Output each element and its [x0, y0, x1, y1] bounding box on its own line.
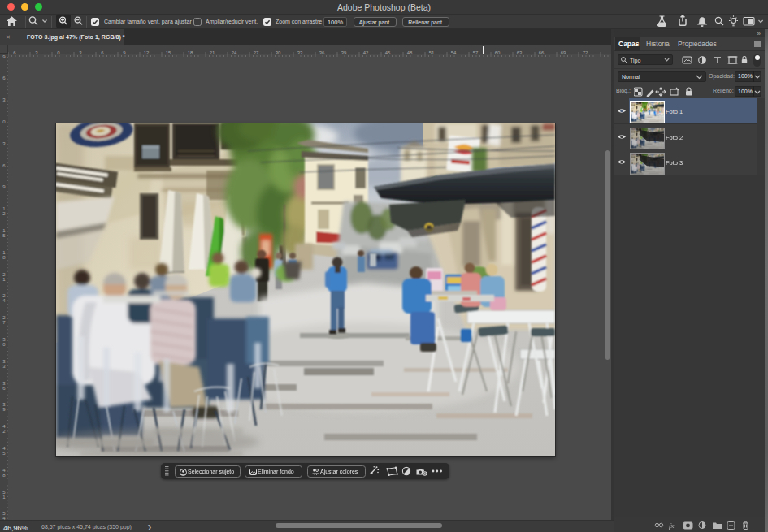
svg-text:27: 27 — [254, 50, 259, 55]
svg-text:15: 15 — [166, 50, 171, 55]
svg-text:63: 63 — [517, 50, 523, 55]
svg-text:3: 3 — [2, 364, 6, 369]
svg-text:42: 42 — [363, 50, 369, 55]
svg-text:6: 6 — [2, 386, 6, 391]
svg-text:9: 9 — [2, 407, 6, 412]
svg-text:48: 48 — [407, 50, 413, 55]
svg-text:51: 51 — [429, 50, 435, 55]
svg-text:5: 5 — [2, 233, 6, 238]
svg-text:7: 7 — [2, 320, 6, 325]
svg-text:9: 9 — [2, 54, 6, 59]
svg-text:6: 6 — [2, 76, 6, 80]
svg-text:60: 60 — [495, 50, 501, 55]
svg-text:9: 9 — [123, 50, 126, 55]
svg-text:66: 66 — [539, 50, 545, 55]
svg-text:3: 3 — [2, 97, 6, 102]
svg-text:fx: fx — [669, 521, 675, 530]
svg-text:3: 3 — [2, 141, 6, 146]
svg-text:39: 39 — [341, 50, 347, 55]
svg-text:21: 21 — [210, 50, 215, 55]
svg-text:8: 8 — [2, 473, 6, 478]
svg-text:3: 3 — [79, 50, 82, 55]
svg-text:2: 2 — [2, 429, 6, 434]
svg-text:1: 1 — [2, 495, 6, 500]
svg-text:6: 6 — [13, 50, 16, 55]
svg-text:2: 2 — [2, 211, 6, 216]
svg-text:30: 30 — [276, 50, 281, 55]
svg-text:0: 0 — [2, 342, 6, 347]
svg-text:6: 6 — [2, 163, 6, 168]
svg-text:72: 72 — [583, 50, 588, 55]
svg-text:54: 54 — [451, 50, 457, 55]
svg-text:36: 36 — [319, 50, 325, 55]
svg-text:1: 1 — [2, 277, 6, 282]
svg-text:33: 33 — [297, 50, 303, 55]
svg-text:45: 45 — [385, 50, 391, 55]
svg-text:3: 3 — [35, 50, 38, 55]
svg-text:8: 8 — [2, 255, 6, 260]
svg-text:4: 4 — [2, 298, 6, 303]
svg-text:24: 24 — [232, 50, 237, 55]
svg-text:0: 0 — [2, 119, 6, 124]
svg-text:69: 69 — [561, 50, 566, 55]
svg-text:0: 0 — [57, 50, 60, 55]
svg-text:57: 57 — [473, 50, 479, 55]
svg-text:9: 9 — [2, 184, 6, 189]
svg-text:5: 5 — [2, 451, 6, 456]
svg-text:6: 6 — [101, 50, 104, 55]
svg-text:12: 12 — [144, 50, 150, 55]
svg-text:18: 18 — [188, 50, 193, 55]
